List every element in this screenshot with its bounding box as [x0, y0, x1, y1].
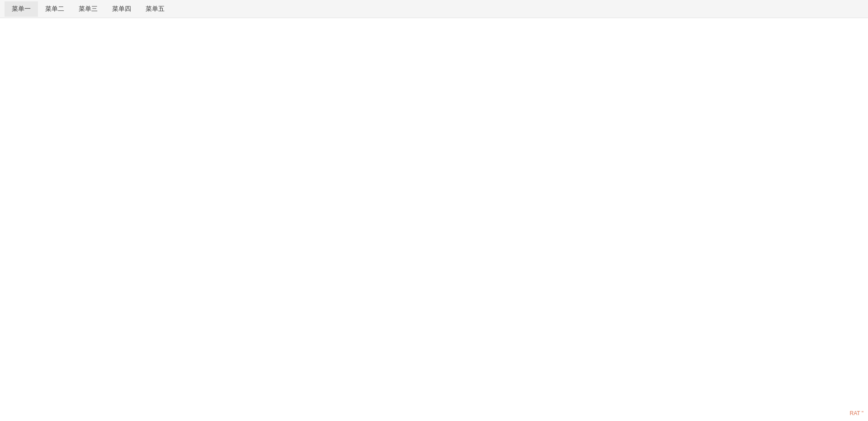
- nav-item-5[interactable]: 菜单五: [138, 1, 172, 17]
- nav-item-2[interactable]: 菜单二: [38, 1, 71, 17]
- top-navigation: 菜单一 菜单一 菜单二 菜单三 菜单四 菜单五 » 菜单一 菜单二 菜单三 菜单…: [0, 0, 868, 18]
- nav-item-1[interactable]: 菜单一 菜单一 菜单二 菜单三 菜单四 菜单五 » 菜单一 菜单二 菜单三 菜单…: [5, 1, 38, 17]
- nav-item-3[interactable]: 菜单三: [71, 1, 105, 17]
- nav-item-4[interactable]: 菜单四: [105, 1, 138, 17]
